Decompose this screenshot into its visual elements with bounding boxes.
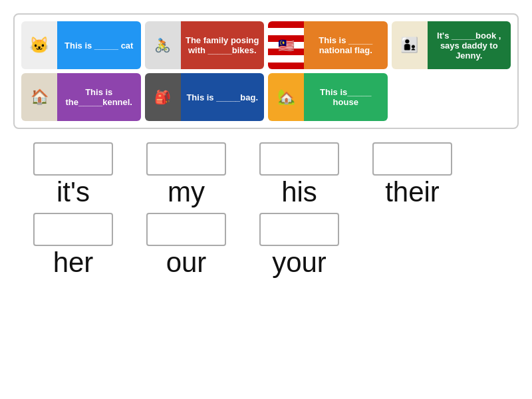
card-kennel-text: This is the_____kennel. [57,73,141,121]
card-jenny-text: It's _____book , says daddy to Jenny. [428,21,511,69]
word-item-his: his [259,142,339,206]
card-house-image: 🏡 [268,73,304,121]
card-family-image: 🚴 [145,21,181,69]
word-box-our[interactable] [146,213,226,246]
card-flag-text: This is _____ national flag. [304,21,388,69]
word-box-her[interactable] [33,213,113,246]
word-box-my[interactable] [146,142,226,176]
card-cat[interactable]: 🐱 This is _____ cat [21,21,141,69]
card-empty [392,73,511,121]
card-kennel-image: 🏠 [21,73,57,121]
card-jenny[interactable]: 👨‍👦 It's _____book , says daddy to Jenny… [392,21,511,69]
word-label-my: my [168,178,205,206]
card-bag[interactable]: 🎒 This is _____bag. [145,73,265,121]
word-label-their: their [385,178,440,206]
card-grid: 🐱 This is _____ cat 🚴 The family posing … [13,13,519,129]
card-bag-text: This is _____bag. [181,73,265,121]
word-grid: it's my his their her o [13,142,519,283]
card-flag[interactable]: 🇲🇾 This is _____ national flag. [268,21,388,69]
word-item-my: my [146,142,226,206]
word-label-its: it's [57,178,90,206]
word-row-2: her our your [27,213,505,277]
word-label-your: your [272,249,327,277]
word-item-their: their [372,142,452,206]
card-cat-image: 🐱 [21,21,57,69]
word-label-her: her [53,249,94,277]
word-label-his: his [281,178,317,206]
card-cat-text: This is _____ cat [57,21,141,69]
word-label-our: our [166,249,207,277]
card-kennel[interactable]: 🏠 This is the_____kennel. [21,73,141,121]
card-house-text: This is_____ house [304,73,388,121]
word-item-its: it's [33,142,113,206]
card-family[interactable]: 🚴 The family posing with _____bikes. [145,21,265,69]
word-row-1: it's my his their [27,142,505,206]
word-box-his[interactable] [259,142,339,176]
card-family-text: The family posing with _____bikes. [181,21,265,69]
word-box-their[interactable] [372,142,452,176]
card-bag-image: 🎒 [145,73,181,121]
main-container: 🐱 This is _____ cat 🚴 The family posing … [0,0,532,297]
word-item-our: our [146,213,226,277]
word-item-her: her [33,213,113,277]
card-flag-image: 🇲🇾 [268,21,304,69]
card-jenny-image: 👨‍👦 [392,21,428,69]
card-house[interactable]: 🏡 This is_____ house [268,73,388,121]
word-item-your: your [259,213,339,277]
word-box-your[interactable] [259,213,339,246]
word-box-its[interactable] [33,142,113,176]
